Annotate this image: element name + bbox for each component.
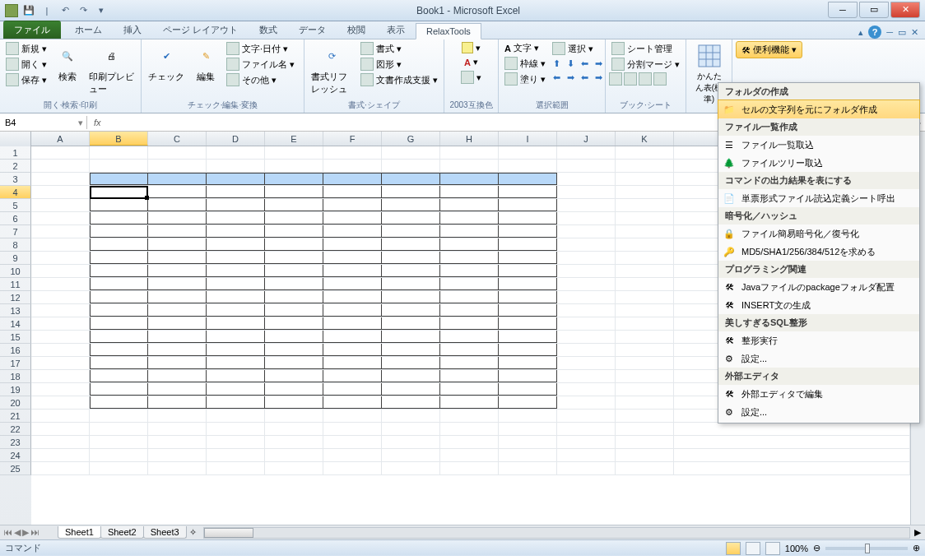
row-header-3[interactable]: 3 xyxy=(0,173,31,186)
row-header-5[interactable]: 5 xyxy=(0,199,31,212)
cell[interactable] xyxy=(440,344,499,356)
cell[interactable] xyxy=(382,278,440,290)
cell[interactable] xyxy=(148,199,207,211)
cell[interactable] xyxy=(323,238,382,251)
row-header-4[interactable]: 4 xyxy=(0,186,31,199)
cell[interactable] xyxy=(207,331,265,343)
cell[interactable] xyxy=(207,186,265,198)
cell[interactable] xyxy=(440,186,499,198)
cell[interactable] xyxy=(207,410,265,422)
cell[interactable] xyxy=(499,396,557,409)
arrow-nw-icon[interactable]: ⬅ xyxy=(550,71,563,84)
cell[interactable] xyxy=(207,462,265,474)
dd-item-insertstmt[interactable]: 🛠INSERT文の生成 xyxy=(718,296,919,314)
cell[interactable] xyxy=(440,462,499,474)
cell[interactable] xyxy=(382,331,440,343)
cell[interactable] xyxy=(616,331,674,343)
cell[interactable] xyxy=(31,344,90,356)
cell[interactable] xyxy=(382,146,440,159)
cell[interactable] xyxy=(31,357,90,369)
cell[interactable] xyxy=(557,396,616,409)
cell[interactable] xyxy=(499,449,557,461)
cell[interactable] xyxy=(440,317,499,330)
cell[interactable] xyxy=(616,436,674,448)
cell[interactable] xyxy=(148,212,207,224)
cell[interactable] xyxy=(557,331,616,343)
cell[interactable] xyxy=(31,278,90,290)
cell[interactable] xyxy=(382,199,440,211)
cell[interactable] xyxy=(499,462,557,474)
cell[interactable] xyxy=(207,449,265,461)
cell[interactable] xyxy=(616,173,674,185)
cell[interactable] xyxy=(207,291,265,303)
cell[interactable] xyxy=(265,278,323,290)
cell[interactable] xyxy=(265,370,323,382)
cell[interactable] xyxy=(499,291,557,303)
cell[interactable] xyxy=(616,396,674,409)
cell[interactable] xyxy=(31,410,90,422)
row-header-9[interactable]: 9 xyxy=(0,252,31,265)
sheet-tab-Sheet2[interactable]: Sheet2 xyxy=(100,526,144,539)
cell[interactable] xyxy=(323,410,382,422)
cell[interactable] xyxy=(265,238,323,251)
cell[interactable] xyxy=(148,317,207,330)
cell[interactable] xyxy=(323,265,382,277)
cell[interactable] xyxy=(440,304,499,317)
cell[interactable] xyxy=(207,265,265,277)
cell[interactable] xyxy=(616,410,674,422)
cell[interactable] xyxy=(382,304,440,317)
cell[interactable] xyxy=(323,370,382,382)
dd-item-folder-from-cell[interactable]: 📁セルの文字列を元にフォルダ作成 xyxy=(718,100,920,119)
cell[interactable] xyxy=(148,449,207,461)
cell[interactable] xyxy=(207,370,265,382)
tab-home[interactable]: ホーム xyxy=(64,21,113,39)
cell[interactable] xyxy=(31,173,90,185)
cell[interactable] xyxy=(148,331,207,343)
maximize-button[interactable]: ▭ xyxy=(859,2,889,18)
btn-search[interactable]: 🔍検索 xyxy=(51,41,84,85)
cell[interactable] xyxy=(90,449,148,461)
cell[interactable] xyxy=(616,383,674,396)
cell[interactable] xyxy=(440,331,499,343)
cell[interactable] xyxy=(557,265,616,277)
cell[interactable] xyxy=(31,423,90,435)
arrow-left-icon[interactable]: ⬅ xyxy=(578,57,591,70)
cell[interactable] xyxy=(382,186,440,198)
cell[interactable] xyxy=(616,423,674,435)
cell[interactable] xyxy=(90,423,148,435)
cell[interactable] xyxy=(499,370,557,382)
cell[interactable] xyxy=(440,160,499,172)
cell[interactable] xyxy=(499,423,557,435)
arrow-lr-icon[interactable]: ⬅ xyxy=(578,71,591,84)
row-header-17[interactable]: 17 xyxy=(0,357,31,370)
cell[interactable] xyxy=(31,449,90,461)
cell[interactable] xyxy=(557,344,616,356)
cell[interactable] xyxy=(265,146,323,159)
row-header-15[interactable]: 15 xyxy=(0,331,31,344)
cell[interactable] xyxy=(148,436,207,448)
cell[interactable] xyxy=(323,173,382,185)
cell[interactable] xyxy=(90,252,148,264)
cell[interactable] xyxy=(207,173,265,185)
tab-pagelayout[interactable]: ページ レイアウト xyxy=(152,21,249,39)
cell[interactable] xyxy=(323,186,382,198)
cell[interactable] xyxy=(616,252,674,264)
cell[interactable] xyxy=(557,317,616,330)
cell[interactable] xyxy=(616,291,674,303)
cell[interactable] xyxy=(31,238,90,251)
cell[interactable] xyxy=(323,396,382,409)
cell[interactable] xyxy=(90,238,148,251)
cell[interactable] xyxy=(265,423,323,435)
cell[interactable] xyxy=(265,225,323,238)
row-header-1[interactable]: 1 xyxy=(0,146,31,160)
cell[interactable] xyxy=(90,291,148,303)
cell[interactable] xyxy=(616,344,674,356)
tab-formulas[interactable]: 数式 xyxy=(249,21,288,39)
cell[interactable] xyxy=(323,357,382,369)
cell[interactable] xyxy=(90,160,148,172)
cell[interactable] xyxy=(148,186,207,198)
row-header-23[interactable]: 23 xyxy=(0,436,31,449)
row-header-25[interactable]: 25 xyxy=(0,462,31,475)
cell[interactable] xyxy=(148,173,207,185)
col-header-D[interactable]: D xyxy=(207,132,265,146)
